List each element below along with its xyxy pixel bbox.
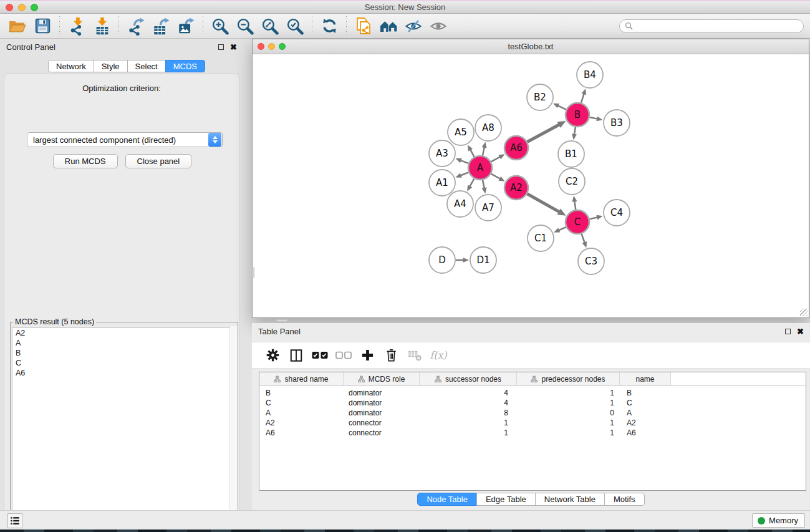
edge-A-A7[interactable] — [483, 180, 485, 189]
column-header-shared-name[interactable]: shared name — [259, 372, 344, 385]
float-panel-button[interactable] — [218, 44, 224, 50]
edge-B-B1[interactable] — [574, 127, 576, 135]
table-row-c[interactable]: Cdominator41C — [259, 398, 806, 408]
close-panel-button[interactable]: ✖ — [230, 43, 237, 51]
tab-network[interactable]: Network — [48, 60, 94, 72]
cell-name: A — [620, 408, 671, 418]
close-window-button[interactable] — [6, 4, 13, 11]
result-item-a[interactable]: A — [12, 338, 236, 348]
cell-name: B — [620, 388, 671, 398]
result-item-b[interactable]: B — [12, 348, 236, 358]
column-header-mcds-role[interactable]: MCDS role — [344, 372, 420, 385]
edge-C-C2[interactable] — [574, 201, 576, 210]
clone-network-button[interactable] — [351, 15, 376, 37]
edge-B-B3[interactable] — [590, 117, 598, 119]
float-table-panel-button[interactable] — [785, 329, 791, 334]
column-header-name[interactable]: name — [620, 372, 671, 385]
open-session-button[interactable] — [5, 15, 30, 37]
edge-B-B4[interactable] — [581, 94, 584, 103]
result-list-scrollbar[interactable] — [229, 326, 238, 525]
table-tab-network-table[interactable]: Network Table — [535, 493, 605, 506]
tab-style[interactable]: Style — [94, 60, 128, 72]
refresh-view-button[interactable] — [317, 15, 342, 37]
task-history-button[interactable] — [7, 513, 22, 528]
result-item-c[interactable]: C — [12, 358, 236, 368]
delete-table-button — [404, 345, 425, 366]
toolbar-separator — [346, 16, 347, 36]
edge-A-A1[interactable] — [460, 172, 468, 175]
close-table-panel-button[interactable]: ✖ — [797, 327, 804, 336]
column-header-successor-nodes[interactable]: successor nodes — [420, 372, 517, 385]
edge-A-A8[interactable] — [483, 147, 485, 156]
result-item-a6[interactable]: A6 — [12, 368, 236, 378]
edge-B-B2[interactable] — [558, 105, 566, 109]
table-tab-node-table[interactable]: Node Table — [417, 493, 477, 506]
table-row-a6[interactable]: A6connector11A6 — [259, 428, 806, 438]
deselect-all-button[interactable] — [333, 345, 354, 366]
table-settings-button[interactable] — [262, 345, 283, 366]
export-table-button[interactable] — [148, 15, 173, 37]
table-row-b[interactable]: Bdominator41B — [259, 388, 806, 398]
memory-button[interactable]: Memory — [752, 513, 805, 528]
zoom-selected-button[interactable] — [282, 15, 307, 37]
edge-A6-B[interactable] — [528, 125, 559, 142]
node-label-B3: B3 — [610, 117, 623, 128]
delete-column-button[interactable] — [380, 345, 402, 366]
edge-A-A4[interactable] — [470, 179, 474, 187]
node-label-C1: C1 — [534, 233, 547, 244]
column-layout-button[interactable] — [286, 345, 307, 366]
add-column-button[interactable] — [357, 345, 378, 366]
export-image-button[interactable] — [173, 15, 198, 37]
table-row-a[interactable]: Adominator80A — [259, 408, 806, 418]
import-network-button[interactable] — [64, 15, 89, 37]
result-item-a2[interactable]: A2 — [12, 328, 236, 338]
network-close-button[interactable] — [258, 43, 264, 50]
search-input[interactable] — [636, 22, 798, 31]
column-header-predecessor-nodes[interactable]: predecessor nodes — [517, 372, 620, 385]
horizontal-splitter-grip[interactable] — [276, 319, 287, 322]
memory-status-icon — [758, 517, 765, 525]
edge-C-C3[interactable] — [582, 234, 585, 243]
first-neighbors-button[interactable] — [376, 15, 401, 37]
table-tab-motifs[interactable]: Motifs — [604, 493, 645, 506]
zoom-out-button[interactable] — [233, 15, 258, 37]
node-label-A5: A5 — [455, 127, 467, 138]
edge-A-A3[interactable] — [460, 160, 468, 163]
zoom-fit-button[interactable] — [258, 15, 282, 37]
save-session-button[interactable] — [30, 15, 55, 37]
edge-C-C4[interactable] — [589, 217, 597, 219]
search-field[interactable] — [619, 19, 804, 33]
network-minimize-button[interactable] — [268, 43, 275, 50]
close-mcds-panel-button[interactable]: Close panel — [125, 154, 192, 168]
edge-A2-C[interactable] — [527, 194, 559, 212]
network-zoom-button[interactable] — [279, 43, 286, 50]
tab-select[interactable]: Select — [127, 60, 166, 72]
import-table-button[interactable] — [89, 15, 114, 37]
attribute-tree-icon — [358, 375, 365, 383]
run-mcds-button[interactable]: Run MCDS — [53, 154, 118, 168]
edge-C-C1[interactable] — [559, 227, 566, 230]
status-bar: Memory — [0, 510, 810, 530]
cell-successor_nodes: 4 — [420, 388, 517, 398]
hide-selected-button[interactable] — [401, 15, 426, 37]
canvas-left-nub[interactable] — [252, 268, 254, 278]
zoom-window-button[interactable] — [31, 4, 38, 11]
edge-A-A2[interactable] — [491, 174, 501, 179]
optimization-criterion-select[interactable]: largest connected component (directed) — [27, 132, 223, 147]
zoom-in-button[interactable] — [208, 15, 233, 37]
node-label-C2: C2 — [566, 176, 578, 187]
table-tab-edge-table[interactable]: Edge Table — [476, 493, 536, 506]
edge-A-A6[interactable] — [491, 157, 501, 162]
tab-mcds[interactable]: MCDS — [165, 60, 205, 72]
edge-A-A5[interactable] — [470, 150, 474, 157]
toolbar-separator — [312, 16, 312, 36]
node-label-C3: C3 — [585, 256, 597, 267]
table-row-a2[interactable]: A2connector11A2 — [259, 418, 806, 428]
select-stepper-icon — [208, 133, 221, 147]
export-network-button[interactable] — [123, 15, 148, 37]
window-resize-grip[interactable] — [800, 309, 808, 316]
minimize-window-button[interactable] — [18, 4, 26, 11]
select-all-button[interactable] — [309, 345, 330, 366]
show-all-button[interactable] — [426, 15, 451, 37]
network-canvas[interactable]: B4B2BB3A8A5A6A3B1AA1C2A2A4A7C4CC1C3DD1 — [253, 54, 809, 317]
